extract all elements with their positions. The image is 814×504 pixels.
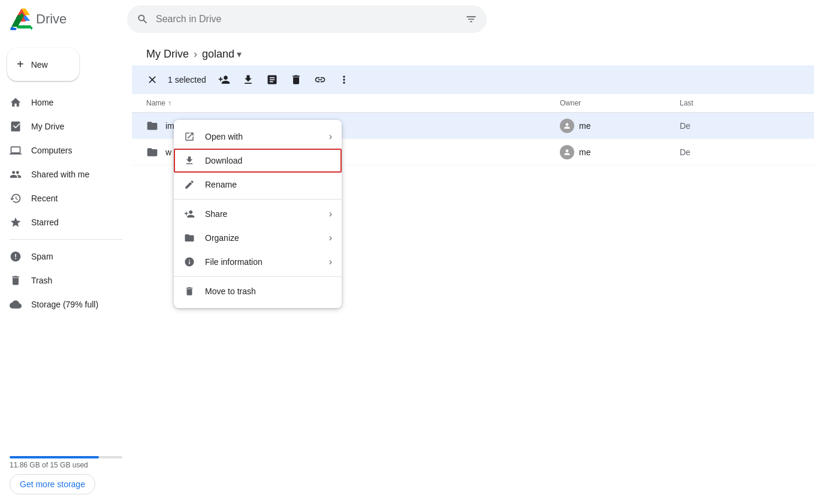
- breadcrumb-parent[interactable]: My Drive: [146, 48, 189, 61]
- sidebar-label-recent: Recent: [31, 194, 58, 203]
- people-icon: [10, 168, 22, 180]
- open-with-icon: [183, 131, 195, 143]
- sidebar-label-storage: Storage (79% full): [31, 300, 98, 309]
- sidebar-item-shared-with-me[interactable]: Shared with me: [0, 162, 122, 186]
- open-with-label: Open with: [205, 132, 243, 141]
- breadcrumb: My Drive › goland ▾: [132, 38, 814, 65]
- info-icon: [183, 256, 195, 268]
- context-menu-organize[interactable]: Organize ›: [174, 226, 342, 250]
- download-label: Download: [205, 156, 242, 165]
- sidebar-label-my-drive: My Drive: [31, 122, 64, 131]
- folder-icon: [146, 146, 158, 158]
- search-icon: [137, 13, 149, 25]
- column-modified-label: Last: [680, 99, 694, 107]
- download-toolbar-button[interactable]: [237, 69, 259, 90]
- trash-menu-icon: [183, 285, 195, 297]
- context-menu-divider-1: [174, 199, 342, 200]
- sidebar-item-trash[interactable]: Trash: [0, 268, 122, 292]
- link-toolbar-button[interactable]: [309, 69, 331, 90]
- sidebar-label-starred: Starred: [31, 218, 59, 227]
- storage-text: 11.86 GB of 15 GB used: [10, 461, 122, 469]
- google-drive-logo: [10, 7, 34, 31]
- sort-arrow-icon: ↑: [168, 99, 171, 107]
- storage-section: 11.86 GB of 15 GB used Get more storage: [0, 446, 132, 499]
- get-more-storage-button[interactable]: Get more storage: [10, 474, 95, 494]
- sidebar-label-shared-with-me: Shared with me: [31, 170, 89, 179]
- submenu-arrow-icon: ›: [329, 209, 332, 219]
- organize-icon: [183, 232, 195, 244]
- sidebar-label-spam: Spam: [31, 252, 53, 261]
- context-menu-open-with[interactable]: Open with ›: [174, 125, 342, 149]
- share-label: Share: [205, 209, 227, 219]
- submenu-arrow-icon: ›: [329, 256, 332, 267]
- computer-icon: [10, 144, 22, 156]
- breadcrumb-current-label: goland: [202, 48, 234, 61]
- context-menu-file-info[interactable]: File information ›: [174, 250, 342, 274]
- column-name-label: Name: [146, 99, 165, 107]
- owner-avatar: [560, 119, 574, 133]
- search-input[interactable]: [156, 14, 458, 25]
- share-icon: [183, 208, 195, 220]
- file-owner: me: [560, 119, 680, 133]
- spam-icon: [10, 251, 22, 262]
- new-button[interactable]: + New: [7, 48, 79, 81]
- context-menu-rename[interactable]: Rename: [174, 173, 342, 197]
- download-menu-icon: [183, 155, 195, 167]
- folder-icon: [146, 120, 158, 132]
- sidebar-item-my-drive[interactable]: My Drive: [0, 114, 122, 138]
- more-toolbar-button[interactable]: [333, 69, 355, 90]
- sidebar-label-home: Home: [31, 98, 53, 107]
- chevron-down-icon: ▾: [237, 49, 242, 60]
- sidebar-item-computers[interactable]: Computers: [0, 138, 122, 162]
- storage-bar-fill: [10, 456, 99, 458]
- sidebar: + New Home My Drive: [0, 38, 132, 504]
- file-modified: De: [680, 147, 800, 157]
- clock-icon: [10, 192, 22, 204]
- sidebar-item-starred[interactable]: Starred: [0, 210, 122, 234]
- rename-icon: [183, 179, 195, 191]
- owner-name: me: [579, 121, 590, 131]
- app-title: Drive: [36, 11, 67, 27]
- file-list-header: Name ↑ Owner Last: [132, 94, 814, 113]
- file-modified: De: [680, 121, 800, 131]
- share-toolbar-button[interactable]: [213, 69, 235, 90]
- logo-area: Drive: [10, 7, 117, 31]
- owner-avatar: [560, 145, 574, 159]
- sidebar-item-home[interactable]: Home: [0, 90, 122, 114]
- sidebar-item-storage[interactable]: Storage (79% full): [0, 292, 122, 316]
- topbar: Drive: [0, 0, 814, 38]
- context-menu-download[interactable]: Download: [174, 149, 342, 173]
- my-drive-icon: [10, 120, 22, 132]
- delete-toolbar-button[interactable]: [285, 69, 307, 90]
- search-bar[interactable]: [127, 5, 487, 33]
- close-selection-button[interactable]: [141, 69, 163, 90]
- rename-label: Rename: [205, 180, 237, 189]
- selected-count-text: 1 selected: [168, 75, 206, 84]
- storage-bar-bg: [10, 456, 122, 458]
- toolbar: 1 selected: [132, 65, 814, 94]
- main-layout: + New Home My Drive: [0, 38, 814, 504]
- column-name[interactable]: Name ↑: [146, 99, 560, 107]
- star-icon: [10, 216, 22, 228]
- breadcrumb-current[interactable]: goland ▾: [202, 48, 242, 61]
- sidebar-item-recent[interactable]: Recent: [0, 186, 122, 210]
- sidebar-label-computers: Computers: [31, 146, 72, 155]
- trash-icon: [10, 274, 22, 286]
- file-owner: me: [560, 145, 680, 159]
- column-owner-label: Owner: [560, 99, 581, 107]
- sidebar-divider: [10, 239, 122, 240]
- file-info-label: File information: [205, 257, 263, 267]
- move-to-trash-label: Move to trash: [205, 286, 256, 296]
- context-menu-share[interactable]: Share ›: [174, 202, 342, 226]
- context-menu-move-to-trash[interactable]: Move to trash: [174, 279, 342, 303]
- preview-toolbar-button[interactable]: [261, 69, 283, 90]
- column-modified: Last: [680, 99, 800, 107]
- organize-label: Organize: [205, 233, 239, 243]
- submenu-arrow-icon: ›: [329, 233, 332, 243]
- home-icon: [10, 96, 22, 108]
- context-menu: Open with › Download Rename Share ›: [174, 120, 342, 308]
- filter-icon[interactable]: [465, 13, 477, 25]
- owner-name: me: [579, 147, 590, 157]
- sidebar-item-spam[interactable]: Spam: [0, 245, 122, 268]
- column-owner: Owner: [560, 99, 680, 107]
